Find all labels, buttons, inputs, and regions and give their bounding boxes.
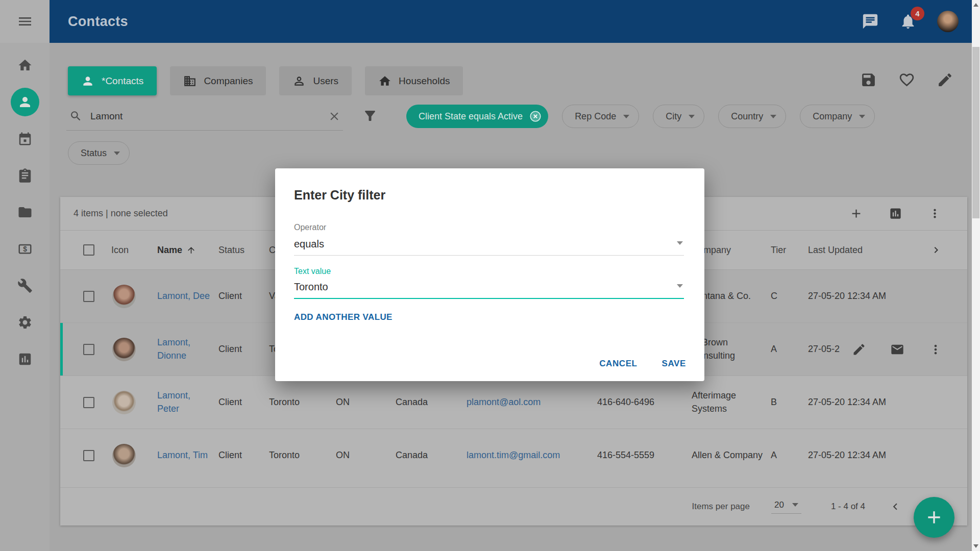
filter-chip-city[interactable]: City: [653, 105, 704, 128]
scroll-columns-button[interactable]: [897, 244, 967, 256]
add-icon[interactable]: [849, 207, 863, 220]
filter-icon[interactable]: [362, 108, 378, 123]
person-outline-icon: [292, 74, 306, 88]
favorite-icon[interactable]: [898, 71, 915, 88]
cell-email[interactable]: lamont.tim@gmail.com: [467, 449, 597, 462]
cell-phone: 416-554-5559: [597, 450, 692, 461]
chat-button[interactable]: [862, 13, 879, 30]
edit-icon[interactable]: [937, 71, 953, 88]
scrollbar-thumb[interactable]: [972, 47, 979, 218]
save-icon[interactable]: [860, 71, 877, 88]
caret-down-icon: [114, 152, 120, 155]
table-row[interactable]: Lamont, Peter Client Toronto ON Canada p…: [60, 376, 967, 429]
cell-tier: A: [771, 344, 808, 355]
column-header-tier[interactable]: Tier: [771, 245, 808, 256]
column-header-updated[interactable]: Last Updated: [808, 245, 897, 256]
more-vert-icon[interactable]: [928, 207, 942, 220]
caret-down-icon: [677, 241, 683, 245]
clear-search-icon[interactable]: [328, 110, 341, 123]
entity-tabs: *Contacts Companies Users Households: [68, 66, 463, 95]
filter-chip-status[interactable]: Status: [68, 141, 130, 165]
hamburger-icon: [17, 13, 33, 30]
email-row-icon[interactable]: [890, 342, 904, 357]
chat-icon: [862, 13, 879, 30]
search-input[interactable]: Lamont: [66, 102, 343, 131]
dialog-title: Enter City filter: [294, 188, 684, 203]
caret-down-icon: [689, 115, 695, 118]
previous-page-button[interactable]: [889, 500, 902, 513]
contact-avatar: [112, 285, 136, 308]
contact-avatar: [112, 444, 136, 467]
remove-filter-icon[interactable]: [529, 110, 542, 123]
cell-city: Toronto: [269, 397, 336, 408]
contact-name-link[interactable]: Lamont, Dionne: [157, 336, 218, 362]
user-avatar[interactable]: [937, 11, 959, 32]
tab-contacts[interactable]: *Contacts: [68, 66, 157, 95]
cell-province: ON: [336, 450, 396, 461]
column-header-name[interactable]: Name: [157, 245, 218, 256]
scroll-up-arrow-icon[interactable]: [973, 3, 978, 7]
save-button[interactable]: SAVE: [662, 359, 686, 369]
caret-down-icon: [677, 284, 683, 288]
sidebar-item-billing[interactable]: $: [0, 231, 50, 267]
column-header-icon[interactable]: Icon: [111, 245, 157, 256]
edit-row-icon[interactable]: [852, 342, 866, 357]
svg-text:$: $: [23, 245, 27, 253]
operator-select[interactable]: equals: [294, 238, 684, 256]
text-value-input[interactable]: Toronto: [294, 281, 684, 299]
sidebar-item-home[interactable]: [0, 47, 50, 84]
row-checkbox[interactable]: [83, 397, 94, 408]
tab-users[interactable]: Users: [279, 66, 352, 95]
house-icon: [378, 74, 391, 88]
sidebar-item-calendar[interactable]: [0, 120, 50, 157]
sidebar-item-tools[interactable]: [0, 267, 50, 304]
add-contact-fab[interactable]: [914, 497, 954, 538]
cell-city: Toronto: [269, 450, 336, 461]
select-all-checkbox[interactable]: [83, 244, 94, 256]
sidebar-item-contacts[interactable]: [0, 84, 50, 120]
contact-name-link[interactable]: Lamont, Tim: [157, 449, 218, 462]
sidebar-item-settings[interactable]: [0, 304, 50, 341]
gear-icon: [17, 315, 33, 330]
contact-name-link[interactable]: Lamont, Dee: [157, 290, 218, 303]
table-row[interactable]: Lamont, Tim Client Toronto ON Canada lam…: [60, 429, 967, 482]
cancel-button[interactable]: CANCEL: [599, 359, 637, 369]
tab-companies[interactable]: Companies: [170, 66, 266, 95]
applied-filter-chip[interactable]: Client State equals Active: [406, 105, 548, 128]
page-actions: [860, 71, 953, 88]
notifications-button[interactable]: 4: [899, 13, 917, 30]
contact-name-link[interactable]: Lamont, Peter: [157, 389, 218, 415]
filter-chip-rep-code[interactable]: Rep Code: [562, 105, 639, 128]
row-hover-actions: [840, 323, 967, 375]
city-filter-dialog: Enter City filter Operator equals Text v…: [275, 168, 704, 381]
cell-tier: A: [771, 450, 808, 461]
row-checkbox[interactable]: [83, 450, 94, 461]
column-header-status[interactable]: Status: [218, 245, 269, 256]
items-per-page-select[interactable]: 20: [771, 500, 801, 514]
add-another-value-button[interactable]: ADD ANOTHER VALUE: [294, 312, 684, 322]
cell-status: Client: [218, 291, 269, 302]
sidebar-item-documents[interactable]: [0, 194, 50, 231]
cell-phone: 416-640-6496: [597, 397, 692, 408]
row-more-icon[interactable]: [928, 342, 943, 357]
tab-households[interactable]: Households: [365, 66, 463, 95]
row-checkbox[interactable]: [83, 344, 94, 355]
clipboard-icon: [17, 168, 33, 183]
chip-label: Country: [731, 111, 763, 122]
plus-icon: [924, 507, 944, 528]
menu-button[interactable]: [0, 0, 50, 43]
sidebar-item-tasks[interactable]: [0, 157, 50, 194]
chevron-left-icon: [889, 500, 902, 513]
filter-chip-company[interactable]: Company: [800, 105, 875, 128]
browser-scrollbar[interactable]: [972, 0, 980, 551]
cell-country: Canada: [396, 397, 467, 408]
chart-view-icon[interactable]: [889, 207, 902, 220]
notification-badge: 4: [911, 7, 924, 20]
contacts-icon: [17, 94, 33, 110]
filter-chip-country[interactable]: Country: [718, 105, 786, 128]
scroll-down-arrow-icon[interactable]: [973, 544, 978, 548]
cell-email[interactable]: plamont@aol.com: [467, 396, 597, 409]
tab-label: Users: [313, 76, 338, 87]
sidebar-item-reports[interactable]: [0, 341, 50, 378]
row-checkbox[interactable]: [83, 291, 94, 302]
